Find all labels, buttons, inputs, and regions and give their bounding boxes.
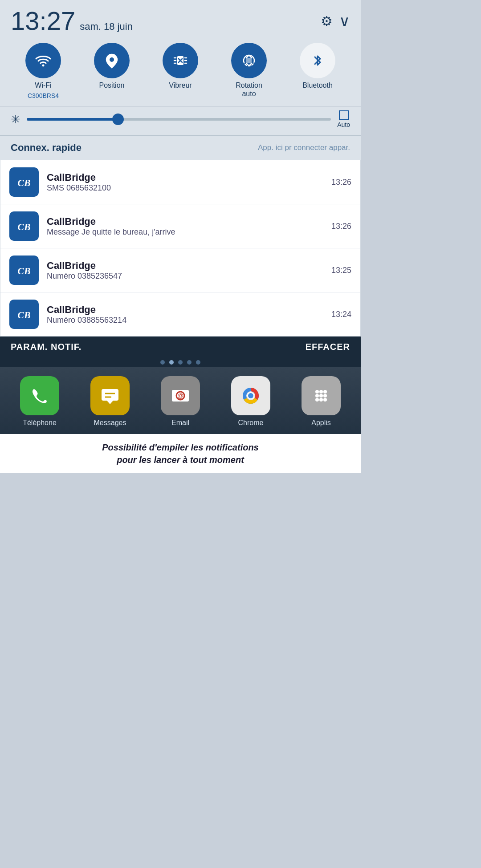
svg-text:CB: CB [17,221,30,232]
svg-point-38 [319,398,323,402]
toggle-vibreur[interactable]: Vibreur [163,43,198,89]
footer-note-text: Possibilité d'empiler les notificationsp… [9,441,352,466]
rotation-button[interactable] [231,43,267,78]
notif-content-1: CallBridge Message Je quitte le bureau, … [47,216,331,237]
vibreur-label: Vibreur [169,81,192,89]
svg-text:CB: CB [17,309,30,320]
dot-4 [187,360,192,365]
dot-3 [178,360,183,365]
dock-applis[interactable]: Applis [302,376,341,427]
toggle-wifi[interactable]: Wi-Fi C300BRS4 [25,43,61,99]
auto-checkbox[interactable] [339,110,349,120]
dot-5 [196,360,200,365]
auto-label: Auto [337,121,350,128]
app-dock: Téléphone Messages @ Email [0,367,361,434]
footer-note: Possibilité d'empiler les notificationsp… [0,434,361,473]
notif-time-2: 13:25 [331,266,351,275]
applis-icon[interactable] [302,376,341,415]
svg-point-1 [110,57,114,62]
slider-fill [27,118,118,121]
chrome-icon[interactable] [231,376,270,415]
svg-point-37 [315,398,319,402]
wifi-label: Wi-Fi [35,81,51,89]
status-icons: ⚙ ∨ [321,12,350,30]
telephone-label: Téléphone [23,419,57,427]
bluetooth-label: Bluetooth [302,81,333,89]
brightness-row: ✳ Auto [0,106,361,135]
applis-label: Applis [311,419,331,427]
email-icon[interactable]: @ [161,376,200,415]
notif-title-3: CallBridge [47,304,331,316]
svg-text:CB: CB [17,265,30,276]
svg-point-31 [315,390,319,393]
auto-checkbox-group[interactable]: Auto [337,110,350,128]
svg-point-0 [42,65,45,67]
chrome-label: Chrome [238,419,264,427]
notif-time-1: 13:26 [331,222,351,231]
svg-point-35 [319,394,323,397]
svg-point-34 [315,394,319,397]
telephone-icon[interactable] [20,376,59,415]
notif-body-1: Message Je quitte le bureau, j'arrive [47,227,331,237]
notif-time-3: 13:24 [331,310,351,319]
notif-body-0: SMS 0685632100 [47,183,331,193]
wifi-sublabel: C300BRS4 [28,92,59,99]
dock-email[interactable]: @ Email [161,376,200,427]
time-section: 13:27 sam. 18 juin [11,8,133,34]
svg-point-30 [248,393,253,398]
dock-telephone[interactable]: Téléphone [20,376,59,427]
notif-body-2: Numéro 0385236547 [47,272,331,281]
page-indicators [0,357,361,367]
notif-title-1: CallBridge [47,216,331,227]
dock-chrome[interactable]: Chrome [231,376,270,427]
settings-icon[interactable]: ⚙ [321,13,333,29]
dock-messages[interactable]: Messages [90,376,130,427]
svg-point-33 [323,390,327,393]
slider-thumb[interactable] [112,114,124,125]
status-bar: 13:27 sam. 18 juin ⚙ ∨ [0,0,361,38]
notif-item-1[interactable]: CB CallBridge Message Je quitte le burea… [0,204,360,248]
notif-title-0: CallBridge [47,172,331,183]
notif-content-3: CallBridge Numéro 03885563214 [47,304,331,325]
wifi-button[interactable] [25,43,61,78]
svg-point-36 [323,394,327,397]
messages-label: Messages [94,419,126,427]
bluetooth-button[interactable] [300,43,335,78]
clear-notifications-button[interactable]: EFFACER [306,342,350,352]
quick-toggles: Wi-Fi C300BRS4 Position [0,38,361,106]
action-bar: PARAM. NOTIF. EFFACER [0,337,361,357]
notif-item-3[interactable]: CB CallBridge Numéro 03885563214 13:24 [0,292,360,336]
clock: 13:27 [11,8,75,34]
svg-rect-20 [102,389,118,401]
quick-connect-title: Connex. rapide [11,142,82,154]
notif-time-0: 13:26 [331,178,351,187]
svg-point-32 [319,390,323,393]
rotation-label: Rotationauto [236,81,262,98]
svg-point-39 [323,398,327,402]
notifications-list: CB CallBridge SMS 0685632100 13:26 CB Ca… [0,160,361,337]
toggle-rotation[interactable]: Rotationauto [231,43,267,98]
notif-title-2: CallBridge [47,260,331,272]
callbridge-icon-3: CB [9,300,39,329]
notif-content-0: CallBridge SMS 0685632100 [47,172,331,193]
svg-text:@: @ [177,392,183,399]
toggle-position[interactable]: Position [94,43,130,89]
messages-icon[interactable] [90,376,130,415]
toggle-bluetooth[interactable]: Bluetooth [300,43,335,89]
brightness-slider[interactable] [27,118,331,121]
position-button[interactable] [94,43,130,78]
callbridge-icon-2: CB [9,256,39,285]
notif-item-2[interactable]: CB CallBridge Numéro 0385236547 13:25 [0,248,360,292]
position-label: Position [99,81,125,89]
chevron-down-icon[interactable]: ∨ [339,12,350,30]
notif-settings-button[interactable]: PARAM. NOTIF. [11,342,82,352]
email-label: Email [171,419,189,427]
svg-marker-21 [107,401,113,404]
vibreur-button[interactable] [163,43,198,78]
notif-item-0[interactable]: CB CallBridge SMS 0685632100 13:26 [0,160,360,204]
svg-rect-11 [246,58,252,63]
quick-connect-bar[interactable]: Connex. rapide App. ici pr connecter app… [0,135,361,160]
brightness-icon: ✳ [11,113,20,126]
dot-2 [169,360,174,365]
callbridge-icon-1: CB [9,211,39,241]
